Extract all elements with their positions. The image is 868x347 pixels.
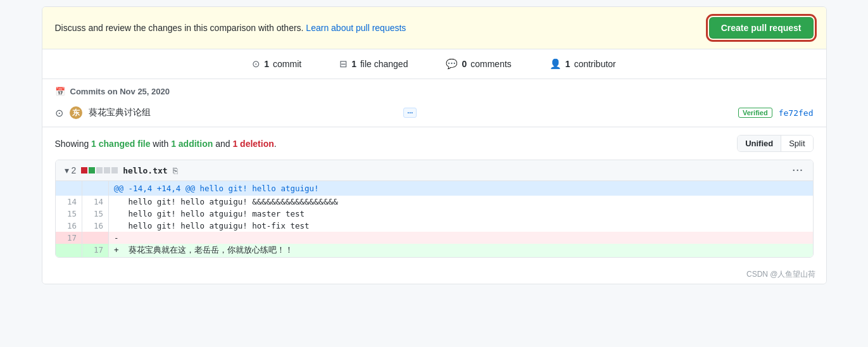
neutral-square [96,167,103,174]
hunk-old-num [56,181,82,196]
commits-label: commit [273,59,301,69]
files-summary: Showing 1 changed file with 1 addition a… [55,135,814,152]
diff-change-count: 2 [71,165,76,175]
diff-file-header: ▾ 2 hello.txt ⎘ ··· [56,160,813,181]
collapse-icon[interactable]: ▾ 2 [65,165,77,175]
old-line-num: 15 [56,208,82,220]
commit-icon: ⊙ [252,58,260,70]
additions: 1 addition [171,139,213,149]
commit-tag[interactable]: ··· [403,108,417,118]
old-line-num: 14 [56,196,82,208]
summary-text: Showing 1 changed file with 1 addition a… [55,139,277,149]
unified-view-button[interactable]: Unified [738,136,781,151]
summary-and: and [215,139,230,149]
diff-file: ▾ 2 hello.txt ⎘ ··· [55,160,814,258]
files-section: Showing 1 changed file with 1 addition a… [42,127,826,265]
line-code: hello git! hello atguigu! master test [109,208,813,220]
files-stat: ⊟ 1 file changed [339,58,408,70]
diff-options-menu[interactable]: ··· [793,165,804,175]
avatar: 东 [70,106,82,119]
diff-line-14: 14 14 hello git! hello atguigu! &&&&&&&&… [56,196,813,208]
old-line-num [56,244,82,257]
diff-squares [81,167,118,174]
commit-hash-link[interactable]: fe72fed [779,108,814,118]
neutral-square3 [111,167,118,174]
commit-row: ⊙ 东 葵花宝典讨论组 ··· Verified fe72fed [55,101,814,124]
file-icon: ⊟ [339,58,348,70]
new-line-num: 16 [82,220,109,232]
diff-add-line-17: 17 + 葵花宝典就在这，老岳岳，你就放心练吧！！ [56,244,813,257]
view-toggle: Unified Split [737,135,813,152]
verified-badge: Verified [738,108,772,118]
commits-stat: ⊙ 1 commit [252,58,301,70]
diff-del-line-17: 17 - [56,232,813,244]
new-line-num: 14 [82,196,109,208]
files-count: 1 [351,59,356,69]
add-square [89,167,95,174]
diff-table: @@ -14,4 +14,4 @@ hello git! hello atgui… [56,181,813,257]
diff-filename: hello.txt [123,166,167,175]
calendar-icon: 📅 [55,87,65,96]
create-pull-request-button[interactable]: Create pull request [709,17,814,39]
deletions: 1 deletion [232,139,274,149]
contributors-count: 1 [565,59,570,69]
banner-text: Discuss and review the changes in this c… [55,23,406,33]
new-line-num [82,232,109,244]
diff-hunk-header-row: @@ -14,4 +14,4 @@ hello git! hello atgui… [56,181,813,196]
summary-mid: with [153,139,168,149]
comment-icon: 💬 [446,58,458,70]
neutral-square2 [104,167,110,174]
line-code: + 葵花宝典就在这，老岳岳，你就放心练吧！！ [109,244,813,257]
commit-graph-icon: ⊙ [55,107,63,119]
new-line-num: 15 [82,208,109,220]
comments-stat: 💬 0 comments [446,58,511,70]
main-container: Discuss and review the changes in this c… [42,6,827,284]
contributor-icon: 👤 [550,58,562,70]
summary-prefix: Showing [55,139,89,149]
line-code: - [109,232,813,244]
commits-count: 1 [264,59,269,69]
del-square [81,167,87,174]
commits-date: 📅 Commits on Nov 25, 2020 [55,87,814,96]
commits-section: 📅 Commits on Nov 25, 2020 ⊙ 东 葵花宝典讨论组 ··… [42,79,826,127]
contributors-stat: 👤 1 contributor [550,58,616,70]
diff-line-15: 15 15 hello git! hello atguigu! master t… [56,208,813,220]
commit-message: 葵花宝典讨论组 [89,107,398,118]
diff-line-16: 16 16 hello git! hello atguigu! hot-fix … [56,220,813,232]
files-label: file changed [360,59,408,69]
learn-about-pr-link[interactable]: Learn about pull requests [306,23,406,33]
hunk-new-num [82,181,109,196]
period: . [274,139,277,149]
comments-label: comments [470,59,512,69]
new-line-num: 17 [82,244,109,257]
watermark: CSDN @人鱼望山荷 [42,265,826,284]
line-code: hello git! hello atguigu! &&&&&&&&&&&&&&… [109,196,813,208]
old-line-num: 16 [56,220,82,232]
changed-count: 1 changed file [91,139,150,149]
stats-bar: ⊙ 1 commit ⊟ 1 file changed 💬 0 comments… [42,49,826,79]
hunk-header-code: @@ -14,4 +14,4 @@ hello git! hello atgui… [109,181,813,196]
split-view-button[interactable]: Split [781,136,812,151]
copy-filename-icon[interactable]: ⎘ [173,166,178,175]
old-line-num: 17 [56,232,82,244]
pr-banner: Discuss and review the changes in this c… [42,7,826,49]
contributors-label: contributor [574,59,616,69]
line-code: hello git! hello atguigu! hot-fix test [109,220,813,232]
banner-description: Discuss and review the changes in this c… [55,23,304,33]
comments-count: 0 [462,59,467,69]
